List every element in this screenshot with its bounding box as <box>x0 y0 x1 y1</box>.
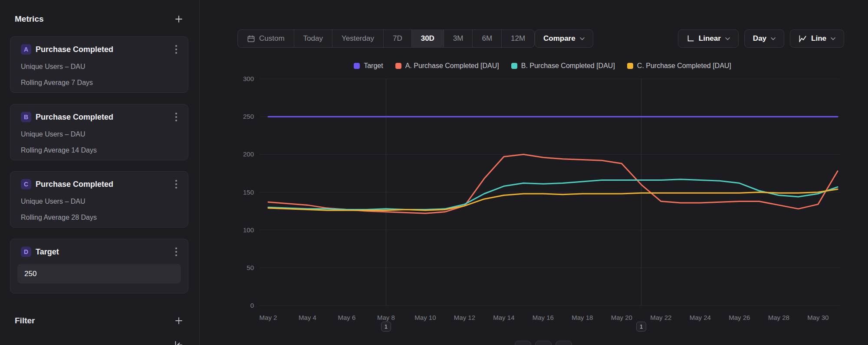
metric-rolling-average: Rolling Average 7 Days <box>21 78 178 87</box>
svg-text:250: 250 <box>243 113 254 120</box>
svg-text:May 20: May 20 <box>611 314 632 321</box>
svg-text:200: 200 <box>243 150 254 158</box>
svg-text:May 4: May 4 <box>299 314 316 321</box>
linear-scale-icon <box>687 35 694 42</box>
svg-text:150: 150 <box>243 189 254 196</box>
chart-type-label: Line <box>811 34 826 43</box>
kebab-menu-icon[interactable] <box>171 179 181 189</box>
legend-swatch <box>354 63 360 69</box>
kebab-menu-icon[interactable] <box>171 247 181 257</box>
metric-card-c[interactable]: C Purchase Completed Unique Users – DAU … <box>10 171 188 228</box>
metrics-header: Metrics <box>15 13 184 25</box>
range-label: Today <box>303 34 323 43</box>
chevron-down-icon <box>771 37 776 40</box>
range-label: Yesterday <box>342 34 374 43</box>
target-card[interactable]: D Target <box>10 239 188 293</box>
svg-text:May 22: May 22 <box>650 314 671 321</box>
metric-measurement: Unique Users – DAU <box>21 62 178 71</box>
range-3m[interactable]: 3M <box>444 30 473 47</box>
chart-bottom-toolbar <box>515 341 572 345</box>
plus-icon <box>174 15 183 23</box>
svg-text:0: 0 <box>250 302 254 309</box>
legend-item-target[interactable]: Target <box>354 62 383 70</box>
bottom-toolbar-button[interactable] <box>515 341 531 345</box>
legend-swatch <box>395 63 401 69</box>
range-label: 3M <box>453 34 464 43</box>
svg-text:May 12: May 12 <box>454 314 475 321</box>
filter-panel-title: Filter <box>15 316 35 325</box>
range-7d[interactable]: 7D <box>384 30 412 47</box>
kebab-menu-icon[interactable] <box>171 44 181 55</box>
metric-badge-c: C <box>21 179 31 189</box>
range-custom[interactable]: Custom <box>238 30 294 47</box>
metric-rolling-average: Rolling Average 14 Days <box>21 146 178 154</box>
legend-label: C. Purchase Completed [DAU] <box>637 62 731 70</box>
metric-card-a[interactable]: A Purchase Completed Unique Users – DAU … <box>10 36 188 93</box>
svg-text:May 6: May 6 <box>338 314 356 321</box>
metric-card-b[interactable]: B Purchase Completed Unique Users – DAU … <box>10 104 188 160</box>
metric-card-head: C Purchase Completed <box>10 172 188 189</box>
compare-button[interactable]: Compare <box>535 29 593 48</box>
range-yesterday[interactable]: Yesterday <box>332 30 384 47</box>
metric-title: Purchase Completed <box>36 45 171 54</box>
target-card-head: D Target <box>10 239 188 257</box>
legend-item-a[interactable]: A. Purchase Completed [DAU] <box>395 62 499 70</box>
svg-text:May 30: May 30 <box>807 314 829 321</box>
range-label: 12M <box>511 34 525 43</box>
range-6m[interactable]: 6M <box>473 30 502 47</box>
metrics-sidebar: Metrics A Purchase Completed Unique User… <box>0 0 200 345</box>
date-range-segmented-control: Custom Today Yesterday 7D 30D 3M 6M 12M <box>237 29 535 48</box>
add-filter-button[interactable] <box>173 315 184 326</box>
collapse-left-icon <box>174 340 183 345</box>
kebab-menu-icon[interactable] <box>171 112 181 122</box>
svg-text:300: 300 <box>243 75 254 82</box>
legend-swatch <box>627 63 633 69</box>
metric-badge-b: B <box>21 112 31 122</box>
svg-text:May 10: May 10 <box>414 314 436 321</box>
granularity-selector-button[interactable]: Day <box>744 29 784 48</box>
metrics-report-app: 050100150200250300May 2May 4May 6May 8Ma… <box>0 0 868 345</box>
chart-type-selector-button[interactable]: Line <box>790 29 844 48</box>
metrics-panel-title: Metrics <box>15 14 44 24</box>
svg-text:100: 100 <box>243 226 254 234</box>
range-label: 6M <box>482 34 492 43</box>
svg-text:May 26: May 26 <box>729 314 750 321</box>
chevron-down-icon <box>725 37 730 40</box>
annotation-badge[interactable]: 1 <box>381 322 391 332</box>
svg-text:May 28: May 28 <box>768 314 789 321</box>
bottom-toolbar-button[interactable] <box>556 341 572 345</box>
compare-label: Compare <box>543 34 575 43</box>
target-title: Target <box>36 247 171 257</box>
filter-header: Filter <box>15 315 184 327</box>
legend-item-c[interactable]: C. Purchase Completed [DAU] <box>627 62 731 70</box>
annotation-badge[interactable]: 1 <box>636 322 646 332</box>
scale-label: Linear <box>699 34 721 43</box>
chart-legend: Target A. Purchase Completed [DAU] B. Pu… <box>243 62 842 70</box>
legend-swatch <box>511 63 517 69</box>
metric-card-head: A Purchase Completed <box>10 37 188 55</box>
collapse-sidebar-button[interactable] <box>173 339 184 345</box>
range-label: Custom <box>259 34 285 43</box>
target-value-input[interactable] <box>17 264 181 283</box>
metric-card-head: B Purchase Completed <box>10 104 188 122</box>
svg-text:50: 50 <box>247 264 254 271</box>
metric-measurement: Unique Users – DAU <box>21 197 178 205</box>
metric-rolling-average: Rolling Average 28 Days <box>21 213 178 221</box>
legend-label: B. Purchase Completed [DAU] <box>521 62 615 70</box>
add-metric-button[interactable] <box>173 13 184 25</box>
svg-text:May 24: May 24 <box>690 314 711 321</box>
metric-measurement: Unique Users – DAU <box>21 130 178 138</box>
range-label: 7D <box>393 34 402 43</box>
granularity-label: Day <box>753 34 766 43</box>
scale-selector-button[interactable]: Linear <box>678 29 739 48</box>
chart-display-controls: Linear Day Line <box>678 29 844 48</box>
chevron-down-icon <box>831 37 835 40</box>
bottom-toolbar-button[interactable] <box>535 341 552 345</box>
range-12m[interactable]: 12M <box>502 30 534 47</box>
metric-badge-a: A <box>21 44 31 55</box>
range-today[interactable]: Today <box>294 30 332 47</box>
metric-title: Purchase Completed <box>36 180 171 189</box>
svg-text:May 18: May 18 <box>572 314 593 321</box>
legend-item-b[interactable]: B. Purchase Completed [DAU] <box>511 62 615 70</box>
range-30d[interactable]: 30D <box>412 30 444 47</box>
